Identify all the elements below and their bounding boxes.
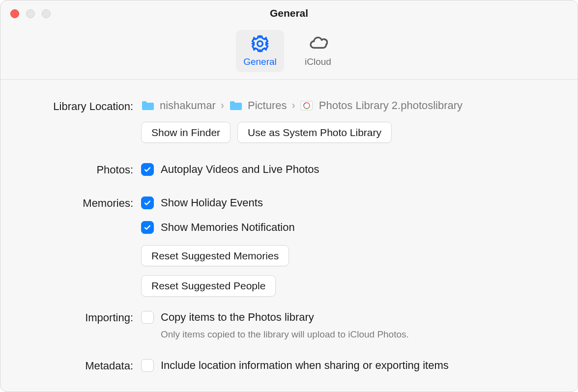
breadcrumb-seg-2: Pictures — [248, 99, 287, 112]
svg-point-0 — [258, 41, 263, 47]
checkbox-holiday-events-label: Show Holiday Events — [161, 196, 263, 209]
checkbox-memories-notification-label: Show Memories Notification — [161, 221, 295, 234]
checkbox-memories-notification[interactable] — [141, 221, 154, 234]
folder-icon — [141, 100, 155, 111]
titlebar: General — [0, 0, 578, 26]
minimize-window-button[interactable] — [26, 9, 35, 18]
row-importing: Importing: Copy items to the Photos libr… — [25, 309, 553, 340]
checkbox-copy-items-label: Copy items to the Photos library — [161, 311, 314, 324]
tab-general-label: General — [243, 56, 277, 67]
label-importing: Importing: — [25, 309, 133, 324]
toolbar: General iCloud — [0, 26, 578, 80]
zoom-window-button[interactable] — [42, 9, 51, 18]
preferences-window: General General iCloud Librar — [0, 0, 578, 392]
window-controls — [10, 9, 51, 18]
photos-library-icon — [300, 100, 314, 111]
show-in-finder-button[interactable]: Show in Finder — [141, 122, 231, 143]
checkbox-holiday-events[interactable] — [141, 196, 154, 209]
row-library-location: Library Location: nishakumar › Pictures … — [25, 98, 553, 157]
checkbox-include-location[interactable] — [141, 359, 154, 372]
label-metadata: Metadata: — [25, 358, 133, 372]
chevron-right-icon: › — [221, 99, 224, 112]
window-title: General — [270, 7, 308, 19]
row-photos: Photos: Autoplay Videos and Live Photos — [25, 162, 553, 177]
copy-items-hint: Only items copied to the library will up… — [161, 329, 553, 340]
label-memories: Memories: — [25, 195, 133, 210]
label-photos: Photos: — [25, 162, 133, 176]
library-path-breadcrumb: nishakumar › Pictures › Photos Library 2… — [141, 98, 553, 113]
tab-icloud-label: iCloud — [305, 56, 331, 67]
label-library-location: Library Location: — [25, 98, 133, 113]
checkbox-autoplay-label: Autoplay Videos and Live Photos — [161, 163, 319, 176]
tab-general[interactable]: General — [236, 30, 284, 72]
checkbox-include-location-label: Include location information when sharin… — [161, 359, 449, 372]
use-system-library-button[interactable]: Use as System Photo Library — [237, 122, 392, 143]
reset-suggested-memories-button[interactable]: Reset Suggested Memories — [141, 245, 289, 266]
folder-icon — [229, 100, 243, 111]
close-window-button[interactable] — [10, 9, 19, 18]
checkbox-copy-items[interactable] — [141, 311, 154, 324]
cloud-icon — [308, 34, 328, 54]
row-metadata: Metadata: Include location information w… — [25, 358, 553, 373]
reset-suggested-people-button[interactable]: Reset Suggested People — [141, 275, 276, 296]
breadcrumb-seg-1: nishakumar — [160, 99, 216, 112]
tab-icloud[interactable]: iCloud — [294, 30, 342, 72]
content-area: Library Location: nishakumar › Pictures … — [0, 80, 578, 392]
breadcrumb-seg-3: Photos Library 2.photoslibrary — [319, 99, 462, 112]
checkbox-autoplay[interactable] — [141, 163, 154, 176]
chevron-right-icon: › — [292, 99, 295, 112]
row-memories: Memories: Show Holiday Events Show Memor… — [25, 195, 553, 304]
gear-icon — [250, 34, 270, 54]
